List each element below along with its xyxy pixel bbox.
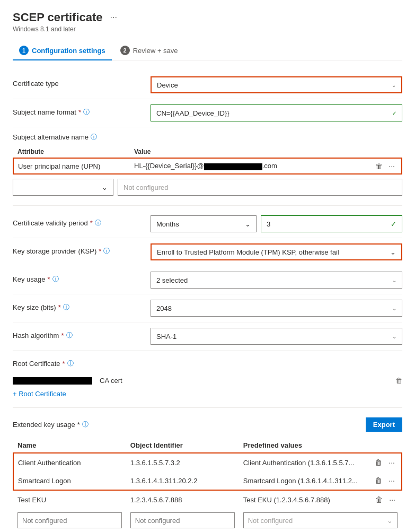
ksp-info-icon[interactable]: ⓘ: [103, 247, 110, 256]
key-size-value: 2048: [156, 304, 172, 312]
root-cert-info-icon[interactable]: ⓘ: [67, 359, 74, 368]
eku-test-oid: 1.2.3.4.5.6.7.888: [126, 490, 239, 509]
tab-review[interactable]: 2 Review + save: [114, 41, 184, 60]
eku-add-name-input[interactable]: [17, 512, 122, 528]
key-size-info-icon[interactable]: ⓘ: [63, 303, 69, 312]
subject-name-format-label: Subject name format * ⓘ: [13, 104, 151, 117]
chevron-down-icon: ⌄: [392, 277, 396, 283]
san-attr-header: Attribute: [13, 146, 130, 158]
subject-name-format-row: Subject name format * ⓘ CN={{AAD_Device_…: [13, 99, 402, 127]
eku-col-predefined: Predefined values: [239, 438, 369, 453]
eku-header: Extended key usage * ⓘ Export: [13, 412, 402, 435]
san-ellipsis-icon[interactable]: ···: [386, 161, 397, 171]
san-value-suffix: .com: [262, 162, 277, 170]
required-indicator: *: [58, 303, 61, 311]
key-size-dropdown[interactable]: 2048 ⌄: [151, 300, 402, 317]
key-size-control: 2048 ⌄: [151, 300, 402, 317]
san-add-value-input[interactable]: Not configured: [118, 179, 402, 196]
validity-number-input[interactable]: 3 ✓: [261, 215, 402, 232]
key-usage-label: Key usage * ⓘ: [13, 272, 151, 284]
root-cert-name-redacted: [13, 377, 92, 385]
chevron-down-icon: ⌄: [392, 82, 396, 88]
eku-smartcard-actions: 🗑 ···: [368, 472, 402, 490]
san-add-attribute-dropdown[interactable]: ⌄: [13, 179, 113, 196]
certificate-type-row: Certificate type Device ⌄: [13, 71, 402, 99]
eku-add-predefined-placeholder: Not configured: [248, 517, 293, 525]
subject-name-format-control: CN={{AAD_Device_ID}} ✓: [151, 104, 402, 121]
chevron-down-icon: ⌄: [387, 517, 393, 525]
eku-section: Extended key usage * ⓘ Export Name Objec…: [13, 412, 402, 532]
san-info-icon[interactable]: ⓘ: [91, 133, 97, 142]
validity-row-inner: Months ⌄ 3 ✓: [151, 215, 402, 232]
hash-algorithm-control: SHA-1 ⌄: [151, 328, 402, 345]
validity-unit-dropdown[interactable]: Months ⌄: [151, 215, 257, 232]
ksp-control: Enroll to Trusted Platform Module (TPM) …: [151, 243, 402, 260]
validity-checkmark-icon: ✓: [391, 220, 396, 228]
required-indicator: *: [61, 332, 64, 339]
eku-test-ellipsis-icon[interactable]: ···: [387, 494, 398, 505]
hash-algorithm-row: Hash algorithm * ⓘ SHA-1 ⌄: [13, 322, 402, 351]
san-delete-icon[interactable]: 🗑: [373, 161, 385, 171]
required-indicator: *: [99, 247, 101, 255]
eku-test-delete-icon[interactable]: 🗑: [373, 494, 385, 505]
key-usage-control: 2 selected ⌄: [151, 272, 402, 289]
validity-info-icon[interactable]: ⓘ: [95, 219, 101, 228]
san-add-row: ⌄ Not configured: [13, 179, 402, 196]
required-indicator: *: [90, 219, 93, 227]
eku-smartcard-delete-icon[interactable]: 🗑: [373, 475, 384, 486]
ksp-dropdown[interactable]: Enroll to Trusted Platform Module (TPM) …: [151, 243, 402, 260]
certificate-type-label: Certificate type: [13, 76, 151, 88]
eku-client-auth-delete-icon[interactable]: 🗑: [373, 457, 384, 468]
add-root-cert-link[interactable]: + Root Certificate: [13, 390, 402, 398]
info-icon[interactable]: ⓘ: [83, 108, 90, 117]
eku-table: Name Object Identifier Predefined values…: [13, 438, 402, 532]
eku-client-auth-name: Client Authentication: [13, 453, 126, 472]
san-add-value-placeholder: Not configured: [123, 184, 169, 191]
subject-name-format-dropdown[interactable]: CN={{AAD_Device_ID}} ✓: [151, 104, 402, 121]
key-size-label: Key size (bits) * ⓘ: [13, 300, 151, 312]
key-usage-info-icon[interactable]: ⓘ: [52, 275, 59, 284]
page-options-button[interactable]: ···: [107, 12, 120, 23]
tab-config-label: Configuration settings: [32, 47, 105, 55]
tabs-bar: 1 Configuration settings 2 Review + save: [13, 41, 402, 60]
key-size-row: Key size (bits) * ⓘ 2048 ⌄: [13, 294, 402, 322]
eku-client-auth-ellipsis-icon[interactable]: ···: [386, 457, 397, 468]
chevron-down-icon: ⌄: [102, 184, 108, 191]
eku-row-test-eku: Test EKU 1.2.3.4.5.6.7.888 Test EKU (1.2…: [13, 490, 402, 509]
chevron-down-icon: ✓: [392, 110, 396, 116]
eku-info-icon[interactable]: ⓘ: [82, 420, 89, 429]
key-usage-dropdown[interactable]: 2 selected ⌄: [151, 272, 402, 289]
certificate-type-dropdown[interactable]: Device ⌄: [151, 76, 402, 93]
required-indicator: *: [63, 360, 65, 368]
ksp-label: Key storage provider (KSP) * ⓘ: [13, 243, 151, 256]
chevron-down-icon: ⌄: [245, 220, 251, 228]
root-certificate-section: Root Certificate * ⓘ CA cert 🗑 + Root Ce…: [13, 351, 402, 403]
root-cert-delete-icon[interactable]: 🗑: [395, 377, 402, 385]
eku-add-predefined-cell: Not configured ⌄: [239, 509, 402, 532]
san-value-prefix: HL-{{Device_Serial}}@: [134, 162, 204, 170]
export-button[interactable]: Export: [366, 417, 402, 432]
eku-client-auth-actions: 🗑 ···: [368, 453, 402, 472]
subject-name-format-value: CN={{AAD_Device_ID}}: [156, 109, 229, 117]
eku-test-predefined: Test EKU (1.2.3.4.5.6.7.888): [239, 490, 369, 509]
san-value-header: Value: [130, 146, 369, 158]
eku-add-name-cell: [13, 509, 126, 532]
eku-test-action-group: 🗑 ···: [373, 494, 398, 505]
eku-smartcard-ellipsis-icon[interactable]: ···: [386, 475, 397, 486]
validity-period-row: Certificate validity period * ⓘ Months ⌄…: [13, 210, 402, 238]
required-indicator: *: [77, 421, 80, 429]
eku-add-row: Not configured ⌄: [13, 509, 402, 532]
eku-smartcard-action-group: 🗑 ···: [373, 475, 397, 486]
page-title: SCEP certificate: [13, 11, 103, 24]
hash-algorithm-info-icon[interactable]: ⓘ: [66, 331, 73, 340]
eku-add-oid-input[interactable]: [130, 512, 235, 528]
eku-add-oid-cell: [126, 509, 239, 532]
validity-unit-value: Months: [156, 220, 179, 228]
eku-test-name: Test EKU: [13, 490, 126, 509]
hash-algorithm-value: SHA-1: [156, 333, 176, 341]
hash-algorithm-dropdown[interactable]: SHA-1 ⌄: [151, 328, 402, 345]
eku-add-predefined-dropdown[interactable]: Not configured ⌄: [243, 512, 398, 528]
san-row-upn: User principal name (UPN) HL-{{Device_Se…: [13, 158, 402, 174]
tab-configuration[interactable]: 1 Configuration settings: [13, 41, 112, 60]
required-indicator: *: [78, 108, 81, 116]
